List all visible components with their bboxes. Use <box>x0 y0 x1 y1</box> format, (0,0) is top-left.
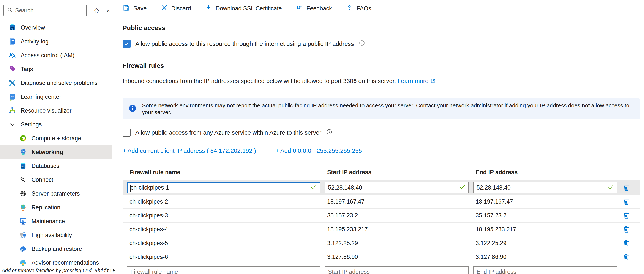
favorites-hint-keys: Cmd+Shift+F <box>83 268 116 273</box>
sidebar-item-label: Maintenance <box>32 218 65 225</box>
sidebar-item-server-parameters[interactable]: Server parameters <box>0 187 112 200</box>
sidebar-item-label: Diagnose and solve problems <box>21 80 98 86</box>
learn-more-link[interactable]: Learn more <box>398 78 436 84</box>
new-end-ip-field[interactable] <box>473 266 617 274</box>
learning-center-icon: 101 <box>8 93 16 101</box>
learn-more-label: Learn more <box>398 78 428 84</box>
start-ip-input[interactable] <box>325 182 468 193</box>
new-start-ip-field[interactable] <box>324 266 469 274</box>
public-access-checkbox[interactable] <box>122 40 130 48</box>
connect-plug-icon <box>19 176 27 184</box>
firewall-description: Inbound connections from the IP addresse… <box>122 78 640 85</box>
favorites-hint: Add or remove favorites by pressing Cmd+… <box>2 268 116 273</box>
feedback-label: Feedback <box>306 5 332 12</box>
info-icon[interactable] <box>359 40 365 48</box>
end-ip-input[interactable] <box>474 182 617 193</box>
save-icon <box>122 4 130 13</box>
delete-rule-button[interactable] <box>622 210 631 221</box>
sidebar-item-networking[interactable]: Networking <box>0 145 112 159</box>
feedback-button[interactable]: Feedback <box>296 4 332 13</box>
delete-rule-button[interactable] <box>622 196 631 207</box>
col-header-end-ip: End IP address <box>473 169 617 176</box>
delete-rule-button[interactable] <box>622 238 631 248</box>
sidebar-item-label: Databases <box>32 163 59 169</box>
firewall-table-header: Firewall rule name Start IP address End … <box>122 168 640 177</box>
sidebar-item-learning-center[interactable]: 101 Learning center <box>0 90 112 104</box>
azure-services-checkbox-label: Allow public access from any Azure servi… <box>135 129 321 136</box>
sidebar-item-label: Server parameters <box>32 190 80 197</box>
rule-name-field[interactable] <box>127 182 320 193</box>
firewall-rule-row: ch-clickpipes-6 3.127.86.90 3.127.86.90 <box>122 250 640 264</box>
faqs-label: FAQs <box>356 5 371 12</box>
sidebar-item-overview[interactable]: My Overview <box>0 21 112 35</box>
new-rule-name-field[interactable] <box>127 266 320 274</box>
sidebar-item-databases[interactable]: DB Databases <box>0 159 112 173</box>
discard-button[interactable]: Discard <box>160 4 191 13</box>
end-ip-cell: 18.195.233.217 <box>473 226 617 233</box>
collapse-sidebar-icon[interactable]: « <box>106 7 110 14</box>
save-label: Save <box>134 5 147 12</box>
backup-restore-cloud-icon <box>19 245 27 253</box>
new-rule-name-input[interactable] <box>127 267 320 274</box>
rule-name-cell: ch-clickpipes-6 <box>127 254 320 260</box>
sidebar-item-label: Networking <box>32 149 63 156</box>
sidebar-item-label: Settings <box>21 121 42 128</box>
end-ip-cell: 3.127.86.90 <box>473 254 617 260</box>
text-caret <box>130 184 131 192</box>
search-box[interactable] <box>4 5 87 16</box>
start-ip-cell: 35.157.23.2 <box>324 212 469 219</box>
start-ip-cell: 3.122.25.29 <box>324 240 469 246</box>
sidebar-item-replication[interactable]: Replication <box>0 200 112 214</box>
sidebar-item-resource-visualizer[interactable]: Resource visualizer <box>0 104 112 118</box>
svg-text:DB: DB <box>21 166 24 168</box>
save-button[interactable]: Save <box>122 4 147 13</box>
download-ssl-label: Download SSL Certificate <box>216 5 282 12</box>
sidebar-item-backup-restore[interactable]: Backup and restore <box>0 242 112 256</box>
sidebar-item-label: Activity log <box>21 38 48 45</box>
rule-name-cell: ch-clickpipes-4 <box>127 226 320 233</box>
svg-text:$: $ <box>22 138 23 140</box>
diamond-icon[interactable]: ◇ <box>94 7 99 14</box>
sidebar-item-access-control[interactable]: Access control (IAM) <box>0 48 112 62</box>
networking-content: Public access Allow public access to thi… <box>122 17 640 274</box>
delete-rule-button[interactable] <box>622 252 631 262</box>
gear-icon <box>19 189 27 198</box>
download-ssl-certificate-button[interactable]: Download SSL Certificate <box>205 4 282 13</box>
discard-x-icon <box>160 4 168 13</box>
sidebar-item-activity-log[interactable]: Activity log <box>0 35 112 48</box>
info-icon[interactable] <box>326 129 332 137</box>
svg-text:My: My <box>11 28 14 30</box>
sidebar-item-connect[interactable]: Connect <box>0 173 112 187</box>
azure-services-checkbox[interactable] <box>122 129 130 137</box>
sidebar-item-compute-storage[interactable]: $ Compute + storage <box>0 131 112 145</box>
valid-check-icon <box>459 184 466 191</box>
sidebar-item-diagnose[interactable]: Diagnose and solve problems <box>0 76 112 90</box>
rule-name-input[interactable] <box>128 183 320 192</box>
resource-visualizer-icon <box>8 107 16 115</box>
sidebar-item-label: Resource visualizer <box>21 107 72 114</box>
sidebar-item-high-availability[interactable]: High availability <box>0 228 112 242</box>
favorites-hint-text: Add or remove favorites by pressing <box>2 268 83 273</box>
start-ip-cell: 3.127.86.90 <box>324 254 469 260</box>
networking-icon <box>19 148 27 156</box>
sidebar-item-maintenance[interactable]: Maintenance <box>0 214 112 228</box>
sidebar-item-tags[interactable]: Tags <box>0 62 112 76</box>
end-ip-field[interactable] <box>473 182 617 193</box>
start-ip-field[interactable] <box>324 182 469 193</box>
start-ip-cell: 18.197.167.47 <box>324 198 469 205</box>
faqs-button[interactable]: FAQs <box>346 4 371 13</box>
sidebar-item-label: Replication <box>32 204 60 211</box>
new-start-ip-input[interactable] <box>325 267 468 274</box>
delete-rule-button[interactable] <box>622 224 631 234</box>
sidebar-group-settings[interactable]: Settings <box>0 118 112 131</box>
end-ip-cell: 3.122.25.29 <box>473 240 617 246</box>
search-input[interactable] <box>15 7 84 14</box>
delete-rule-button[interactable] <box>622 182 631 193</box>
new-end-ip-input[interactable] <box>474 267 617 274</box>
add-client-ip-link[interactable]: + Add current client IP address ( 84.172… <box>122 147 256 154</box>
col-header-rule-name: Firewall rule name <box>127 169 320 176</box>
rule-name-cell: ch-clickpipes-5 <box>127 240 320 246</box>
high-availability-icon <box>19 231 27 239</box>
add-all-ips-link[interactable]: + Add 0.0.0.0 - 255.255.255.255 <box>276 147 362 154</box>
info-banner: Some network environments may not report… <box>122 98 640 120</box>
